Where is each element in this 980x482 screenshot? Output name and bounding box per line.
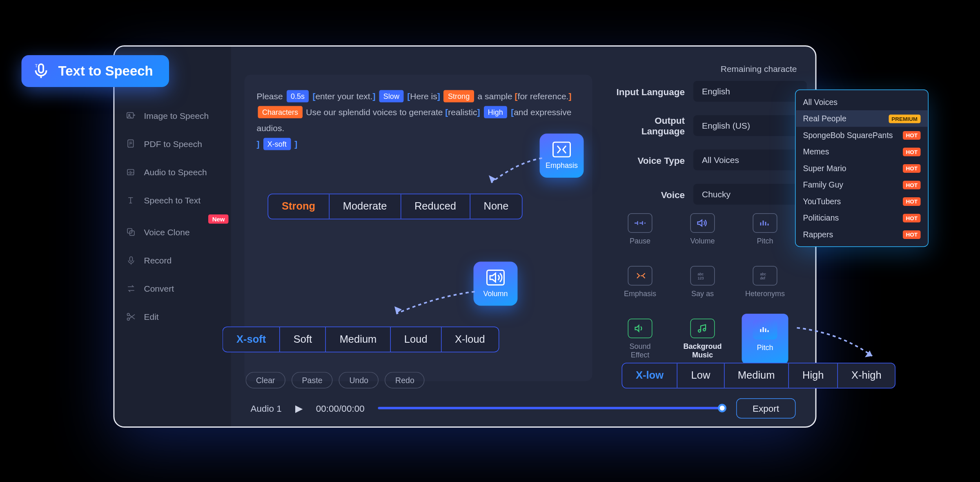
redo-button[interactable]: Redo	[385, 372, 425, 389]
tag-pause[interactable]: 0.5s	[287, 90, 309, 103]
hot-badge: HOT	[903, 164, 921, 172]
mic-icon: T	[31, 61, 51, 81]
sidebar-item-label: Voice Clone	[144, 228, 190, 237]
tag-characters[interactable]: Characters	[258, 106, 303, 118]
hot-badge: HOT	[903, 147, 921, 156]
setting-label: Voice Type	[611, 155, 694, 165]
pitch-option-low[interactable]: Low	[678, 364, 724, 388]
pitch-option-high[interactable]: High	[789, 364, 838, 388]
setting-row-voice: Voice Chucky	[611, 184, 807, 205]
pdf-icon	[126, 138, 137, 150]
voice-dropdown-item[interactable]: Super MarioHOT	[796, 160, 928, 177]
remaining-characters-label: Remaining characte	[721, 64, 797, 74]
hot-badge: HOT	[903, 214, 921, 222]
tool-pitch[interactable]: Pitch	[742, 208, 788, 250]
volume-option-medium[interactable]: Medium	[326, 327, 391, 352]
voice-dropdown-label: Politicians	[803, 213, 839, 223]
sidebar-item-audio-to-speech[interactable]: Audio to Speech	[115, 158, 231, 186]
svg-rect-8	[130, 257, 133, 261]
tool-pitch-active[interactable]: Pitch	[742, 314, 788, 364]
hot-badge: HOT	[903, 131, 921, 139]
undo-button[interactable]: Undo	[339, 372, 379, 389]
voice-dropdown-label: Real People	[803, 114, 846, 123]
float-label: Emphasis	[546, 161, 578, 170]
paste-button[interactable]: Paste	[292, 372, 333, 389]
editor-text: Here is	[410, 91, 437, 101]
sidebar-item-convert[interactable]: Convert	[115, 274, 231, 303]
sidebar-item-label: Audio to Speech	[144, 167, 207, 177]
voice-dropdown-label: Memes	[803, 147, 829, 156]
bracket-open: [	[511, 107, 514, 117]
play-button[interactable]: ▶	[295, 402, 303, 414]
tool-volume[interactable]: Volume	[679, 208, 726, 250]
voice-dropdown-item[interactable]: Real PeoplePREMIUM	[796, 110, 928, 127]
bracket-close: ]	[477, 107, 480, 117]
pitch-option-xhigh[interactable]: X-high	[838, 364, 895, 388]
tool-label: Heteronyms	[745, 289, 785, 298]
export-button[interactable]: Export	[736, 398, 795, 418]
volume-option-loud[interactable]: Loud	[391, 327, 441, 352]
editor-text: Please	[257, 91, 283, 101]
premium-badge: PREMIUM	[889, 114, 921, 123]
voice-type-select[interactable]: All Voices	[693, 150, 807, 170]
audio-icon	[126, 167, 137, 178]
tag-strong[interactable]: Strong	[444, 90, 474, 103]
sidebar-item-pdf-to-speech[interactable]: PDF to Speech	[115, 130, 231, 158]
sidebar-item-record[interactable]: Record	[115, 246, 231, 274]
pitch-option-medium[interactable]: Medium	[724, 364, 789, 388]
voice-dropdown-item[interactable]: All Voices	[796, 94, 928, 111]
voice-dropdown-item[interactable]: Family GuyHOT	[796, 176, 928, 193]
sidebar-item-label: Convert	[144, 284, 174, 294]
image-icon	[126, 110, 137, 121]
volume-option-soft[interactable]: Soft	[280, 327, 326, 352]
emphasis-option-none[interactable]: None	[470, 194, 522, 219]
output-language-select[interactable]: English (US)	[693, 115, 807, 136]
tool-emphasis[interactable]: Emphasis	[617, 261, 664, 303]
tool-background-music[interactable]: Backgroud Music	[679, 314, 726, 364]
editor-toolbar: Clear Paste Undo Redo	[246, 372, 425, 389]
audio-knob[interactable]	[717, 404, 726, 413]
tool-pause[interactable]: Pause	[617, 208, 664, 250]
bracket-close: ]	[568, 91, 571, 101]
tool-say-as[interactable]: abc123Say as	[679, 261, 726, 303]
tag-high[interactable]: High	[483, 106, 507, 118]
volume-option-xloud[interactable]: X-loud	[441, 327, 499, 352]
sidebar-item-voice-clone[interactable]: Voice Clone New	[115, 218, 231, 246]
volume-float-button[interactable]: Volumn	[474, 262, 518, 306]
tool-label: Volume	[690, 237, 715, 245]
audio-bar: Audio 1 ▶ 00:00/00:00 Export	[238, 395, 808, 422]
voice-dropdown-item[interactable]: RappersHOT	[796, 226, 928, 243]
sidebar-item-speech-to-text[interactable]: Speech to Text	[115, 186, 231, 214]
voice-dropdown-item[interactable]: MemesHOT	[796, 143, 928, 160]
tag-xsoft[interactable]: X-soft	[263, 138, 291, 150]
emphasis-option-strong[interactable]: Strong	[268, 194, 330, 219]
pitch-option-xlow[interactable]: X-low	[622, 364, 678, 388]
sidebar-item-image-to-speech[interactable]: Image to Speech	[115, 102, 231, 130]
voice-dropdown-label: Rappers	[803, 230, 833, 239]
voice-dropdown-label: Super Mario	[803, 164, 846, 173]
hot-badge: HOT	[903, 230, 921, 239]
clear-button[interactable]: Clear	[246, 372, 286, 389]
voice-dropdown-label: All Voices	[803, 98, 838, 107]
voice-dropdown-item[interactable]: SpongeBob SquarePantsHOT	[796, 127, 928, 144]
setting-label: Output Language	[611, 115, 694, 136]
svg-rect-0	[39, 64, 43, 73]
emphasis-float-button[interactable]: Emphasis	[540, 134, 584, 178]
emphasis-option-reduced[interactable]: Reduced	[401, 194, 470, 219]
voice-dropdown-item[interactable]: PoliticiansHOT	[796, 210, 928, 226]
input-language-select[interactable]: English	[693, 81, 807, 102]
audio-track[interactable]	[378, 407, 723, 409]
volume-option-xsoft[interactable]: X-soft	[223, 327, 280, 352]
voice-select[interactable]: Chucky	[693, 184, 807, 205]
sidebar-item-edit[interactable]: Edit	[115, 303, 231, 331]
voice-dropdown-label: YouTubers	[803, 197, 841, 206]
tool-heteronyms[interactable]: abcdefHeteronyms	[742, 261, 788, 303]
tool-label: Pitch	[757, 237, 773, 245]
tag-slow[interactable]: Slow	[379, 90, 403, 103]
emphasis-option-moderate[interactable]: Moderate	[330, 194, 401, 219]
tool-label: Backgroud Music	[683, 342, 722, 359]
voice-dropdown-item[interactable]: YouTubersHOT	[796, 193, 928, 210]
tool-sound-effect[interactable]: Sound Effect	[617, 314, 664, 364]
hot-badge: HOT	[903, 181, 921, 189]
tool-label: Pitch	[757, 343, 773, 352]
